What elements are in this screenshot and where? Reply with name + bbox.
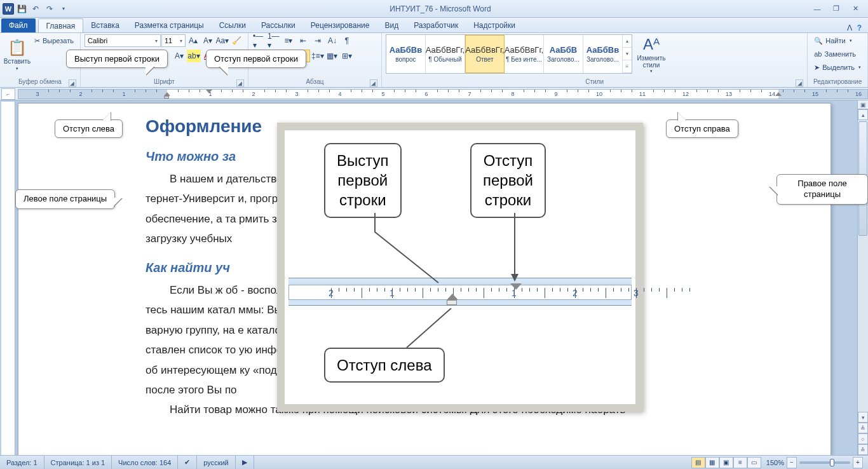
tab-mailings[interactable]: Рассылки [254,18,303,32]
tab-review[interactable]: Рецензирование [303,18,377,32]
clipboard-launcher[interactable]: ◢ [69,79,76,87]
tab-selector[interactable]: ⌐ [1,88,15,100]
mag-hanging-marker [447,294,458,300]
grow-font-button[interactable]: A▴ [186,34,200,47]
tab-home[interactable]: Главная [38,18,84,32]
paste-button[interactable]: 📋 Вставить ▾ [4,34,31,75]
sort-button[interactable]: A↓ [325,34,339,47]
decrease-indent-button[interactable]: ⇤ [296,34,310,47]
zoom-out-button[interactable]: − [787,457,797,468]
font-family-combo[interactable]: Calibri▾ [85,34,161,47]
mag-first-line-marker [510,283,522,290]
style-item-4[interactable]: АаБбВЗаголово... [544,35,583,73]
zoom-slider[interactable] [799,461,850,464]
save-icon[interactable]: 💾 [15,3,28,15]
replace-button[interactable]: abЗаменить [811,48,858,60]
increase-indent-button[interactable]: ⇥ [311,34,325,47]
paragraph-launcher[interactable]: ◢ [370,79,377,87]
styles-expand[interactable]: ≡ [623,60,632,73]
proofing-icon: ✔ [184,458,190,466]
horizontal-ruler-area: ⌐ 3211234567891011121314151617 [0,88,868,100]
style-item-1[interactable]: АаБбВвГг,¶ Обычный [426,35,465,73]
ruler-toggle[interactable]: ▣ [858,100,868,109]
tab-developer[interactable]: Разработчик [406,18,466,32]
mag-callout-first: Отступ первой строки [470,143,546,218]
find-button[interactable]: 🔍Найти▾ [811,34,854,47]
prev-page-button[interactable]: ≜ [858,423,868,433]
shrink-font-button[interactable]: A▾ [201,34,215,47]
style-item-5[interactable]: АаБбВвЗаголово... [583,35,623,73]
style-item-2[interactable]: АаБбВвГг,Ответ [465,35,505,73]
callout-right-indent: Отступ справа [666,119,738,138]
line-spacing-button[interactable]: ‡≡▾ [311,50,325,62]
show-marks-button[interactable]: ¶ [340,34,354,47]
borders-button[interactable]: ⊞▾ [340,50,354,62]
cut-button[interactable]: ✂Вырезать [32,34,76,47]
zoom-in-button[interactable]: + [853,457,863,468]
redo-icon[interactable]: ↷ [43,3,56,15]
horizontal-ruler[interactable]: 3211234567891011121314151617 [18,89,868,99]
restore-button[interactable]: ❐ [827,3,845,15]
styles-scroll-down[interactable]: ▾ [623,48,632,60]
group-label-clipboard: Буфер обмена◢ [4,78,76,87]
highlight-button[interactable]: ab▾ [187,50,201,62]
print-layout-view[interactable]: ▤ [691,457,705,468]
shading-button[interactable]: ▦▾ [325,50,339,62]
word-icon[interactable]: W [3,3,14,15]
mag-left-indent-marker [447,300,457,305]
font-launcher[interactable]: ◢ [236,79,244,87]
scissors-icon: ✂ [34,37,40,45]
tab-references[interactable]: Ссылки [212,18,254,32]
draft-view[interactable]: ▭ [747,457,761,468]
zoom-level[interactable]: 150% [766,459,784,466]
browse-object-button[interactable]: ○ [858,433,868,444]
bullets-button[interactable]: •—▾ [252,34,266,47]
tab-page-layout[interactable]: Разметка страницы [127,18,212,32]
select-button[interactable]: ➤Выделить▾ [811,61,864,74]
ribbon-tabs: Файл Главная Вставка Разметка страницы С… [0,18,868,33]
full-screen-view[interactable]: ▦ [705,457,719,468]
status-macro[interactable]: ▶ [236,456,254,469]
callout-right-margin: Правое поле страницы [776,174,868,205]
scroll-down-button[interactable]: ▾ [858,412,868,423]
change-case-button[interactable]: Aa▾ [215,34,229,47]
right-indent-marker[interactable] [775,92,782,96]
minimize-ribbon-icon[interactable]: ᐱ [847,24,852,32]
undo-icon[interactable]: ↶ [29,3,42,15]
zoom-slider-knob[interactable] [830,459,834,466]
tab-view[interactable]: Вид [377,18,406,32]
styles-scroll: ▴ ▾ ≡ [623,35,632,73]
style-item-3[interactable]: АаБбВвГг,¶ Без инте... [505,35,544,73]
clear-formatting-button[interactable]: 🧹 [230,34,244,47]
outline-view[interactable]: ≡ [733,457,747,468]
change-styles-button[interactable]: Aᴬ Изменить стили ▾ [634,34,669,75]
tab-addins[interactable]: Надстройки [466,18,523,32]
status-proofing[interactable]: ✔ [178,456,197,469]
vertical-ruler[interactable] [1,102,15,455]
status-words[interactable]: Число слов: 164 [112,456,178,469]
next-page-button[interactable]: ≛ [858,444,868,455]
status-language[interactable]: русский [197,456,235,469]
scroll-track[interactable] [858,120,868,412]
status-page[interactable]: Страница: 1 из 1 [44,456,112,469]
find-icon: 🔍 [814,37,823,45]
callout-first-line-indent: Отступ первой строки [206,50,306,68]
web-layout-view[interactable]: ▣ [719,457,733,468]
tab-insert[interactable]: Вставка [83,18,127,32]
status-section[interactable]: Раздел: 1 [0,456,44,469]
multilevel-button[interactable]: ≡▾ [281,34,295,47]
styles-scroll-up[interactable]: ▴ [623,35,632,48]
close-button[interactable]: ✕ [846,3,864,15]
tab-file[interactable]: Файл [1,18,36,32]
numbering-button[interactable]: 1—▾ [267,34,281,47]
style-item-0[interactable]: АаБбВввопрос [386,35,426,73]
help-icon[interactable]: ? [857,24,862,32]
record-macro-icon: ▶ [242,458,247,466]
scroll-up-button[interactable]: ▴ [858,109,868,120]
text-effects-button[interactable]: A▾ [172,50,186,62]
minimize-button[interactable]: — [808,3,826,15]
font-size-combo[interactable]: 11▾ [161,34,186,47]
qat-customize-icon[interactable]: ▾ [57,3,70,15]
styles-launcher[interactable]: ◢ [796,79,803,87]
left-indent-marker[interactable] [164,96,169,99]
